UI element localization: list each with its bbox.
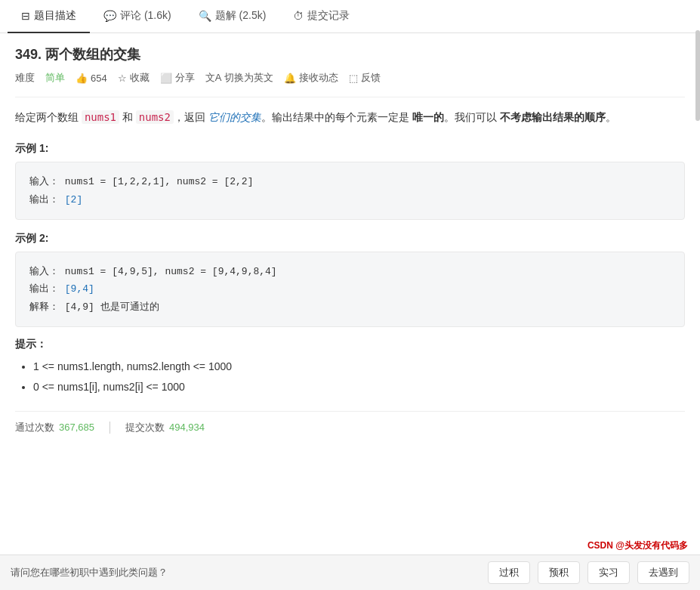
tab-submissions[interactable]: ⏱ 提交记录 — [279, 0, 363, 33]
desc-part6: 。 — [606, 111, 616, 123]
tab-solutions[interactable]: 🔍 题解 (2.5k) — [185, 0, 280, 33]
hint-item-2: 0 <= nums1[i], nums2[i] <= 1000 — [33, 378, 685, 397]
example1-block: 输入： nums1 = [1,2,2,1], nums2 = [2,2] 输出：… — [15, 162, 685, 220]
italic-part: 它们的交集 — [208, 111, 261, 123]
example2-input-row: 输入： nums1 = [4,9,5], nums2 = [9,4,9,8,4] — [29, 263, 671, 280]
example2-explain-label: 解释： — [29, 301, 59, 313]
example2-input-label: 输入： — [29, 266, 59, 277]
tab-bar: ⊟ 题目描述 💬 评论 (1.6k) 🔍 题解 (2.5k) ⏱ 提交记录 — [0, 0, 700, 33]
pass-label: 通过次数 — [15, 421, 54, 434]
submit-label: 提交次数 — [125, 421, 165, 434]
feedback-label: 反馈 — [361, 71, 381, 85]
switch-label: 切换为英文 — [224, 71, 273, 85]
hints-list: 1 <= nums1.length, nums2.length <= 1000 … — [33, 357, 685, 397]
star-icon: ☆ — [118, 73, 127, 84]
pass-stats: 通过次数 367,685 — [15, 421, 94, 434]
meta-divider — [15, 97, 685, 97]
bold-part1: 唯一的 — [412, 111, 444, 123]
example1-output-row: 输出： [2] — [29, 191, 671, 209]
share-icon: ⬜ — [160, 73, 172, 84]
share-label: 分享 — [175, 71, 195, 85]
description-icon: ⊟ — [21, 10, 30, 22]
desc-part2: 和 — [119, 111, 136, 123]
stats-row: 通过次数 367,685 提交次数 494,934 — [15, 411, 685, 434]
feedback-item[interactable]: ⬚ 反馈 — [349, 71, 381, 85]
likes-count: 654 — [91, 73, 107, 84]
example2-output-row: 输出： [9,4] — [29, 280, 671, 298]
example2-output-label: 输出： — [29, 283, 59, 295]
main-content-area: 349. 两个数组的交集 难度 简单 👍 654 ☆ 收藏 ⬜ 分享 文A 切换… — [0, 33, 700, 446]
difficulty-value: 简单 — [45, 71, 65, 85]
submit-stats: 提交次数 494,934 — [125, 421, 205, 434]
example2-explain-value: [4,9] 也是可通过的 — [65, 301, 159, 313]
pass-value: 367,685 — [59, 422, 94, 433]
tab-submissions-label: 提交记录 — [307, 9, 350, 23]
btn-exam[interactable]: 预积 — [538, 561, 580, 584]
hints-title: 提示： — [15, 338, 685, 351]
example1-output-label: 输出： — [29, 194, 59, 205]
example2-input-value: nums1 = [4,9,5], nums2 = [9,4,9,8,4] — [65, 266, 277, 277]
bold-part2: 不考虑输出结果的顺序 — [500, 111, 606, 123]
solution-icon: 🔍 — [199, 10, 211, 22]
example1-input-row: 输入： nums1 = [1,2,2,1], nums2 = [2,2] — [29, 173, 671, 190]
switch-lang-item[interactable]: 文A 切换为英文 — [205, 71, 274, 85]
example1-input-value: nums1 = [1,2,2,1], nums2 = [2,2] — [65, 176, 254, 187]
csdn-watermark: CSDN @头发没有代码多 — [587, 539, 688, 552]
bottom-question: 请问您在哪些初职中遇到此类问题？ — [11, 566, 480, 579]
hint-item-1: 1 <= nums1.length, nums2.length <= 1000 — [33, 357, 685, 376]
comment-icon: 💬 — [103, 10, 116, 22]
desc-part4: 。输出结果中的每个元素一定是 — [261, 111, 412, 123]
likes-item[interactable]: 👍 654 — [76, 73, 107, 84]
tab-description[interactable]: ⊟ 题目描述 — [8, 0, 90, 33]
tab-description-label: 题目描述 — [34, 9, 76, 23]
scrollbar[interactable] — [695, 30, 700, 121]
desc-part5: 。我们可以 — [444, 111, 500, 123]
example2-title: 示例 2: — [15, 232, 685, 246]
share-item[interactable]: ⬜ 分享 — [160, 71, 195, 85]
like-icon: 👍 — [76, 73, 88, 84]
example2-output-value: [9,4] — [65, 283, 94, 295]
notify-label: 接收动态 — [299, 71, 338, 85]
desc-part1: 给定两个数组 — [15, 111, 82, 123]
bottom-bar: 请问您在哪些初职中遇到此类问题？ 过积 预积 实习 去遇到 — [0, 554, 700, 590]
bell-icon: 🔔 — [284, 73, 296, 84]
main-container: ⊟ 题目描述 💬 评论 (1.6k) 🔍 题解 (2.5k) ⏱ 提交记录 34… — [0, 0, 700, 590]
btn-go[interactable]: 去遇到 — [637, 561, 689, 584]
problem-title: 349. 两个数组的交集 — [15, 45, 685, 63]
example2-block: 输入： nums1 = [4,9,5], nums2 = [9,4,9,8,4]… — [15, 252, 685, 327]
submit-value: 494,934 — [169, 422, 205, 433]
translate-icon: 文A — [205, 71, 222, 85]
notify-item[interactable]: 🔔 接收动态 — [284, 71, 338, 85]
tab-comments[interactable]: 💬 评论 (1.6k) — [90, 0, 185, 33]
feedback-icon: ⬚ — [349, 73, 358, 84]
example1-output-value: [2] — [65, 194, 82, 205]
problem-description: 给定两个数组 nums1 和 nums2，返回 它们的交集。输出结果中的每个元素… — [15, 108, 685, 127]
meta-row: 难度 简单 👍 654 ☆ 收藏 ⬜ 分享 文A 切换为英文 🔔 接收动态 — [15, 71, 685, 85]
collect-label: 收藏 — [130, 71, 150, 85]
btn-pass[interactable]: 过积 — [488, 561, 530, 584]
example1-title: 示例 1: — [15, 142, 685, 156]
tab-solutions-label: 题解 (2.5k) — [215, 9, 267, 23]
clock-icon: ⏱ — [293, 10, 304, 22]
example2-explain-row: 解释： [4,9] 也是可通过的 — [29, 298, 671, 316]
difficulty-label: 难度 — [15, 71, 35, 85]
hints-section: 提示： 1 <= nums1.length, nums2.length <= 1… — [15, 338, 685, 397]
nums1-code: nums1 — [82, 110, 119, 124]
desc-part3: ，返回 — [174, 111, 208, 123]
collect-item[interactable]: ☆ 收藏 — [118, 71, 150, 85]
nums2-code: nums2 — [136, 110, 174, 124]
btn-internship[interactable]: 实习 — [587, 561, 630, 584]
example1-input-label: 输入： — [29, 176, 59, 187]
stats-divider — [109, 422, 110, 434]
tab-comments-label: 评论 (1.6k) — [120, 9, 171, 23]
